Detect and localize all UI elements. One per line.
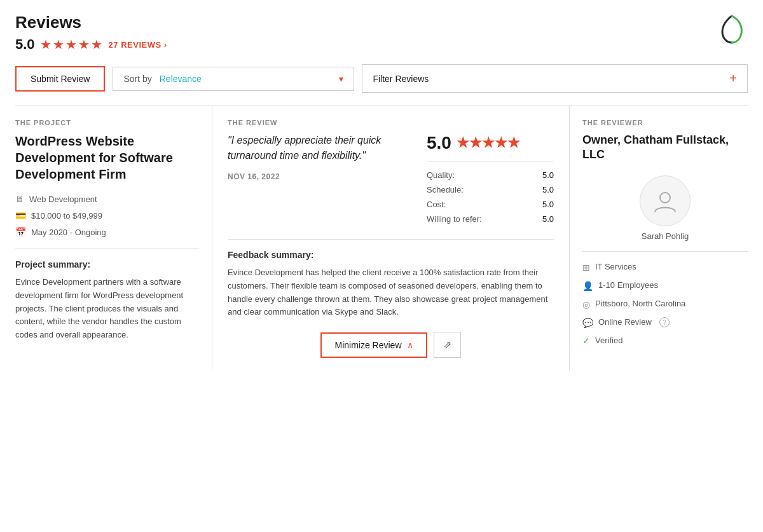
project-meta: 🖥 Web Development 💳 $10,000 to $49,999 📅… [15, 194, 199, 237]
reviewer-review-type-text: Online Review [598, 317, 652, 327]
review-scores-section: 5.0 ★★★★★ Quality: 5.0 Schedule: 5.0 Cos… [427, 133, 554, 226]
cost-value: 5.0 [542, 200, 554, 209]
reviewer-verified-text: Verified [595, 336, 622, 345]
location-icon: ◎ [582, 299, 590, 310]
project-divider [15, 249, 199, 249]
schedule-value: 5.0 [542, 185, 554, 194]
filter-plus-icon: + [729, 71, 737, 86]
project-summary-text: Evince Development partners with a softw… [15, 276, 199, 342]
review-top-section: "I especially appreciate their quick tur… [228, 133, 554, 226]
review-overall-score: 5.0 ★★★★★ [427, 133, 554, 153]
reviewer-industry: ⊞ IT Services [582, 262, 748, 273]
reviewer-review-type: 💬 Online Review ? [582, 317, 748, 328]
review-actions: Minimize Review ∧ ⇗ [228, 332, 554, 358]
project-title: WordPress Website Development for Softwa… [15, 133, 199, 182]
filter-label: Filter Reviews [373, 74, 429, 84]
review-quote-section: "I especially appreciate their quick tur… [228, 133, 411, 226]
reviewer-company-size: 👤 1-10 Employees [582, 280, 748, 291]
schedule-score-row: Schedule: 5.0 [427, 182, 554, 197]
toolbar: Submit Review Sort by Relevance ▾ Filter… [15, 64, 748, 93]
schedule-label: Schedule: [427, 185, 464, 194]
cost-label: Cost: [427, 200, 446, 209]
reviewer-verified: ✓ Verified [582, 336, 748, 346]
project-budget-text: $10,000 to $49,999 [31, 211, 102, 221]
share-button[interactable]: ⇗ [434, 332, 461, 358]
reviewer-location: ◎ Pittsboro, North Carolina [582, 299, 748, 310]
review-col-label: THE REVIEW [228, 119, 554, 126]
rating-score: 5.0 [15, 36, 35, 53]
budget-icon: 💳 [15, 210, 26, 221]
filter-reviews-button[interactable]: Filter Reviews + [362, 64, 748, 93]
minimize-review-button[interactable]: Minimize Review ∧ [320, 332, 427, 358]
minimize-label: Minimize Review [334, 340, 401, 350]
feedback-text: Evince Development has helped the client… [228, 266, 554, 319]
building-icon: ⊞ [582, 263, 590, 273]
project-column: THE PROJECT WordPress Website Developmen… [15, 106, 212, 371]
quality-value: 5.0 [542, 170, 554, 180]
project-budget: 💳 $10,000 to $49,999 [15, 210, 199, 221]
reviewer-location-text: Pittsboro, North Carolina [595, 299, 685, 308]
clutch-logo [716, 13, 748, 44]
rating-row: 5.0 ★★★★★ 27 REVIEWS [15, 36, 167, 53]
review-quote-text: "I especially appreciate their quick tur… [228, 133, 411, 163]
reviewer-person-name: Sarah Pohlig [642, 231, 689, 241]
sort-value: Relevance [160, 74, 340, 84]
question-icon: ? [659, 317, 670, 327]
stars-display: ★★★★★ [40, 37, 104, 52]
share-icon: ⇗ [443, 339, 451, 350]
reviews-count-link[interactable]: 27 REVIEWS [109, 40, 167, 50]
avatar-container: Sarah Pohlig [582, 175, 748, 241]
sort-chevron-icon: ▾ [339, 74, 343, 84]
reviews-header: Reviews 5.0 ★★★★★ 27 REVIEWS [15, 13, 748, 53]
score-divider [427, 161, 554, 161]
cost-score-row: Cost: 5.0 [427, 197, 554, 212]
refer-score-row: Willing to refer: 5.0 [427, 212, 554, 226]
reviewer-column: THE REVIEWER Owner, Chatham Fullstack, L… [570, 106, 748, 371]
reviewer-size-text: 1-10 Employees [598, 280, 658, 290]
project-category-text: Web Development [29, 194, 97, 204]
content-grid: THE PROJECT WordPress Website Developmen… [15, 106, 748, 371]
sort-label: Sort by [123, 74, 151, 84]
reviewer-col-label: THE REVIEWER [582, 119, 748, 126]
minimize-chevron-icon: ∧ [407, 340, 413, 350]
quality-label: Quality: [427, 170, 455, 180]
review-date: NOV 16, 2022 [228, 172, 411, 181]
project-category: 🖥 Web Development [15, 194, 199, 204]
review-big-stars: ★★★★★ [457, 135, 520, 151]
review-column: THE REVIEW "I especially appreciate thei… [212, 106, 570, 371]
sort-dropdown[interactable]: Sort by Relevance ▾ [113, 67, 354, 91]
chat-icon: 💬 [582, 318, 593, 328]
monitor-icon: 🖥 [15, 194, 24, 204]
reviewer-industry-text: IT Services [595, 262, 636, 271]
reviews-title: Reviews [15, 13, 167, 32]
reviewer-divider [582, 251, 748, 252]
calendar-icon: 📅 [15, 227, 26, 237]
submit-review-button[interactable]: Submit Review [15, 66, 105, 92]
people-icon: 👤 [582, 281, 593, 291]
refer-label: Willing to refer: [427, 214, 482, 224]
reviewer-meta-list: ⊞ IT Services 👤 1-10 Employees ◎ Pittsbo… [582, 262, 748, 346]
review-big-score-value: 5.0 [427, 133, 451, 153]
project-col-label: THE PROJECT [15, 119, 199, 126]
project-dates: 📅 May 2020 - Ongoing [15, 227, 199, 237]
refer-value: 5.0 [542, 214, 554, 224]
person-icon [652, 188, 678, 214]
project-dates-text: May 2020 - Ongoing [31, 228, 106, 237]
reviewer-company-name: Owner, Chatham Fullstack, LLC [582, 133, 748, 163]
project-summary-label: Project summary: [15, 259, 199, 269]
quality-score-row: Quality: 5.0 [427, 168, 554, 182]
review-divider [228, 239, 554, 240]
feedback-label: Feedback summary: [228, 250, 554, 260]
verified-checkmark-icon: ✓ [582, 336, 590, 346]
svg-point-0 [660, 193, 670, 203]
avatar [640, 175, 691, 226]
